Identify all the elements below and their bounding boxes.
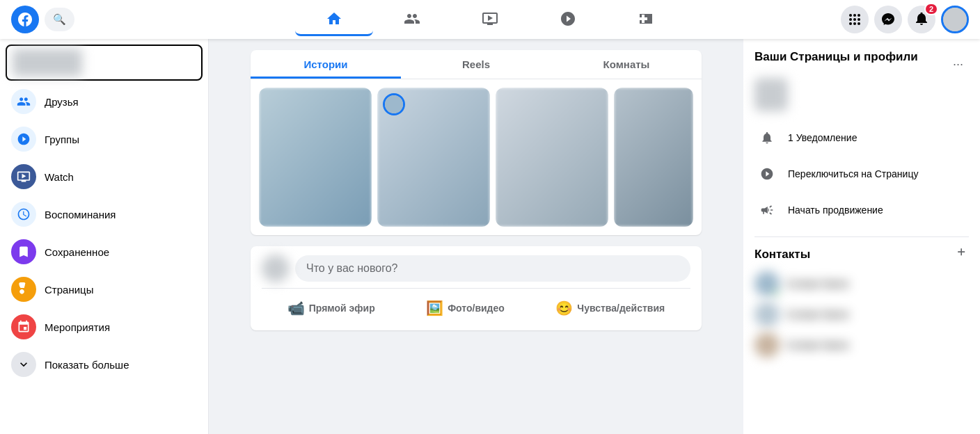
stories-grid <box>251 79 702 235</box>
tab-rooms[interactable]: Комнаты <box>551 50 702 79</box>
sidebar-profile[interactable] <box>6 45 203 81</box>
nav-video-button[interactable] <box>451 3 529 36</box>
stories-card: Истории Reels Комнаты <box>251 50 702 235</box>
notification-action-icon <box>754 125 780 150</box>
watch-icon <box>11 164 36 189</box>
svg-point-6 <box>849 22 852 25</box>
notification-action-label: 1 Уведомление <box>788 132 857 143</box>
topnav-center <box>220 3 760 36</box>
photo-icon: 🖼️ <box>426 300 443 316</box>
tab-reels[interactable]: Reels <box>401 50 551 79</box>
friends-icon <box>11 89 36 114</box>
switch-page-action[interactable]: Переключиться на Страницу <box>754 156 969 192</box>
post-box-avatar <box>262 255 290 282</box>
contacts-title: Контакты <box>754 248 810 262</box>
sidebar-item-events[interactable]: Мероприятия <box>6 309 203 345</box>
contact-item-2[interactable]: Contact Name <box>754 299 969 330</box>
sidebar-item-friends-label: Друзья <box>45 96 79 108</box>
post-action-feeling-label: Чувства/действия <box>577 303 665 314</box>
sidebar-item-more[interactable]: Показать больше <box>6 346 203 383</box>
sidebar-item-groups-label: Группы <box>45 134 79 145</box>
contacts-add-button[interactable] <box>955 246 969 263</box>
pages-section-title: Ваши Страницы и профили <box>754 50 918 64</box>
topnav-right: 2 <box>760 6 969 33</box>
contact-name-1: Contact Name <box>787 278 848 289</box>
post-action-photo-label: Фото/видео <box>448 303 505 314</box>
sidebar-item-pages[interactable]: Страницы <box>6 271 203 307</box>
promote-label: Начать продвижение <box>788 204 883 216</box>
post-action-photo[interactable]: 🖼️ Фото/видео <box>415 294 516 322</box>
notification-badge: 2 <box>924 3 938 15</box>
sidebar-item-saved-label: Сохраненное <box>45 246 109 258</box>
sidebar-item-memories[interactable]: Воспоминания <box>6 196 203 232</box>
post-box-actions: 📹 Прямой эфир 🖼️ Фото/видео 😊 Чувства/де… <box>262 288 690 322</box>
pages-profile-item <box>754 78 969 111</box>
tab-stories[interactable]: Истории <box>251 50 401 79</box>
promote-action[interactable]: Начать продвижение <box>754 192 969 228</box>
saved-icon <box>11 239 36 264</box>
notifications-button[interactable]: 2 <box>908 6 935 33</box>
sidebar-item-more-label: Показать больше <box>45 359 129 371</box>
grid-menu-button[interactable] <box>841 6 869 33</box>
nav-gaming-button[interactable] <box>607 3 685 36</box>
post-action-live-label: Прямой эфир <box>309 303 375 314</box>
contact-item-1[interactable]: Contact Name <box>754 268 969 299</box>
stories-tabs: Истории Reels Комнаты <box>251 50 702 79</box>
post-input[interactable]: Что у вас нового? <box>295 255 690 282</box>
facebook-logo[interactable] <box>11 6 39 33</box>
post-box: Что у вас нового? 📹 Прямой эфир 🖼️ Фото/… <box>251 246 702 330</box>
section-divider <box>754 236 969 237</box>
main-feed: Истории Reels Комнаты <box>239 39 713 434</box>
contact-item-3[interactable]: Contact Name <box>754 330 969 360</box>
contact-avatar-2 <box>754 302 780 327</box>
contact-name-2: Contact Name <box>787 309 848 320</box>
svg-point-3 <box>849 18 852 21</box>
switch-page-label: Переключиться на Страницу <box>788 168 918 179</box>
svg-point-5 <box>858 18 860 21</box>
nav-groups-button[interactable] <box>529 3 607 36</box>
contact-online-indicator-1 <box>773 289 780 296</box>
events-icon <box>11 314 36 339</box>
messenger-button[interactable] <box>874 6 902 33</box>
contact-avatar-3 <box>754 332 780 357</box>
nav-friends-button[interactable] <box>373 3 451 36</box>
pages-menu-button[interactable]: ... <box>947 51 969 72</box>
contact-avatar-1 <box>754 271 780 296</box>
promote-icon <box>754 198 780 223</box>
story-avatar-2 <box>383 93 405 115</box>
sidebar-item-memories-label: Воспоминания <box>45 209 116 220</box>
profile-avatar-button[interactable] <box>941 6 969 33</box>
search-box[interactable]: 🔍 <box>45 8 74 31</box>
story-item-2[interactable] <box>377 88 490 227</box>
story-item-4[interactable] <box>614 88 693 227</box>
more-icon <box>11 352 36 377</box>
top-navigation: 🔍 2 <box>0 0 980 39</box>
pages-section-header: Ваши Страницы и профили ... <box>754 50 969 72</box>
post-action-live[interactable]: 📹 Прямой эфир <box>276 294 386 322</box>
story-item-1[interactable] <box>259 88 372 227</box>
contact-name-3: Contact Name <box>787 339 848 351</box>
post-box-top: Что у вас нового? <box>262 255 690 282</box>
svg-point-2 <box>858 14 860 17</box>
post-action-feeling[interactable]: 😊 Чувства/действия <box>544 294 676 322</box>
sidebar-item-pages-label: Страницы <box>45 284 93 296</box>
pages-profile-avatar <box>754 78 788 111</box>
svg-point-7 <box>853 22 856 25</box>
sidebar-item-watch[interactable]: Watch <box>6 159 203 195</box>
story-item-3[interactable] <box>496 88 608 227</box>
sidebar-item-groups[interactable]: Группы <box>6 121 203 157</box>
svg-point-0 <box>849 14 852 17</box>
sidebar-item-watch-label: Watch <box>45 171 74 183</box>
pages-icon <box>11 277 36 302</box>
feeling-icon: 😊 <box>555 300 573 316</box>
live-icon: 📹 <box>287 300 305 316</box>
topnav-left: 🔍 <box>11 6 220 33</box>
sidebar-item-saved[interactable]: Сохраненное <box>6 234 203 270</box>
sidebar-profile-avatar <box>13 49 82 77</box>
notification-action[interactable]: 1 Уведомление <box>754 120 969 156</box>
sidebar-item-events-label: Мероприятия <box>45 321 110 333</box>
sidebar-item-friends[interactable]: Друзья <box>6 83 203 120</box>
nav-home-button[interactable] <box>295 3 373 36</box>
switch-page-icon <box>754 161 780 186</box>
sidebar-left: Друзья Группы Watch Воспоминания Сохране <box>0 39 209 434</box>
